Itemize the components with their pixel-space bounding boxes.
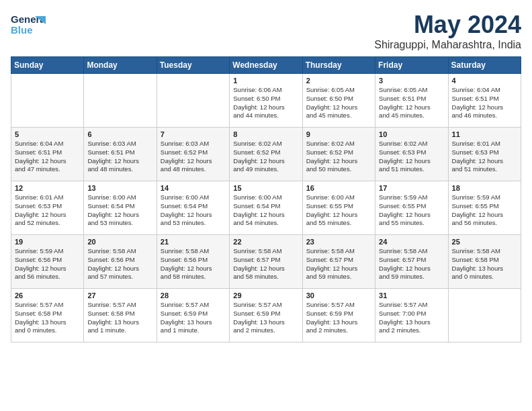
title-area: May 2024 Shiraguppi, Maharashtra, India xyxy=(374,11,521,51)
calendar-table: SundayMondayTuesdayWednesdayThursdayFrid… xyxy=(11,56,521,342)
cell-content: Sunrise: 5:58 AM Sunset: 6:57 PM Dayligh… xyxy=(233,247,298,281)
day-number: 30 xyxy=(306,291,371,300)
day-of-week-header: Tuesday xyxy=(157,57,229,74)
cell-content: Sunrise: 6:02 AM Sunset: 6:52 PM Dayligh… xyxy=(306,140,371,174)
day-number: 29 xyxy=(233,291,298,300)
calendar-cell: 20Sunrise: 5:58 AM Sunset: 6:56 PM Dayli… xyxy=(84,235,157,289)
calendar-cell: 23Sunrise: 5:58 AM Sunset: 6:57 PM Dayli… xyxy=(302,235,375,289)
main-title: May 2024 xyxy=(374,11,521,39)
day-number: 8 xyxy=(233,130,298,138)
calendar-cell: 28Sunrise: 5:57 AM Sunset: 6:59 PM Dayli… xyxy=(157,289,229,342)
cell-content: Sunrise: 6:02 AM Sunset: 6:53 PM Dayligh… xyxy=(379,140,444,174)
calendar-cell: 10Sunrise: 6:02 AM Sunset: 6:53 PM Dayli… xyxy=(375,128,448,181)
calendar-cell: 15Sunrise: 6:00 AM Sunset: 6:54 PM Dayli… xyxy=(230,181,302,235)
calendar-cell: 19Sunrise: 5:59 AM Sunset: 6:56 PM Dayli… xyxy=(11,235,84,289)
calendar-cell xyxy=(448,289,521,342)
day-number: 7 xyxy=(161,130,226,138)
calendar-cell: 24Sunrise: 5:58 AM Sunset: 6:57 PM Dayli… xyxy=(375,235,448,289)
day-number: 22 xyxy=(233,238,298,246)
cell-content: Sunrise: 5:58 AM Sunset: 6:56 PM Dayligh… xyxy=(87,247,152,281)
subtitle: Shiraguppi, Maharashtra, India xyxy=(374,39,521,51)
day-number: 16 xyxy=(306,184,371,192)
cell-content: Sunrise: 5:58 AM Sunset: 6:57 PM Dayligh… xyxy=(306,247,371,281)
calendar-cell: 21Sunrise: 5:58 AM Sunset: 6:56 PM Dayli… xyxy=(157,235,229,289)
cell-content: Sunrise: 6:00 AM Sunset: 6:54 PM Dayligh… xyxy=(233,193,298,228)
calendar-cell xyxy=(11,74,84,128)
cell-content: Sunrise: 5:57 AM Sunset: 6:58 PM Dayligh… xyxy=(87,301,152,335)
cell-content: Sunrise: 6:01 AM Sunset: 6:53 PM Dayligh… xyxy=(452,140,517,174)
day-number: 25 xyxy=(452,238,517,246)
day-number: 10 xyxy=(379,130,444,138)
day-of-week-header: Sunday xyxy=(11,57,84,74)
cell-content: Sunrise: 5:57 AM Sunset: 7:00 PM Dayligh… xyxy=(379,301,444,335)
cell-content: Sunrise: 5:58 AM Sunset: 6:58 PM Dayligh… xyxy=(452,247,517,281)
day-number: 23 xyxy=(306,238,371,246)
header: General Blue May 2024 Shiraguppi, Mahara… xyxy=(11,11,521,51)
day-number: 3 xyxy=(379,77,444,85)
calendar-cell: 13Sunrise: 6:00 AM Sunset: 6:54 PM Dayli… xyxy=(84,181,157,235)
cell-content: Sunrise: 6:05 AM Sunset: 6:51 PM Dayligh… xyxy=(379,86,444,120)
day-number: 9 xyxy=(306,130,371,138)
logo: General Blue xyxy=(11,11,46,39)
cell-content: Sunrise: 5:57 AM Sunset: 6:59 PM Dayligh… xyxy=(306,301,371,335)
day-of-week-header: Wednesday xyxy=(230,57,302,74)
calendar-cell: 6Sunrise: 6:03 AM Sunset: 6:51 PM Daylig… xyxy=(84,128,157,181)
calendar-cell: 22Sunrise: 5:58 AM Sunset: 6:57 PM Dayli… xyxy=(230,235,302,289)
cell-content: Sunrise: 6:00 AM Sunset: 6:54 PM Dayligh… xyxy=(87,193,152,228)
calendar-cell: 26Sunrise: 5:57 AM Sunset: 6:58 PM Dayli… xyxy=(11,289,84,342)
day-of-week-header: Monday xyxy=(84,57,157,74)
day-number: 6 xyxy=(87,130,152,138)
calendar-cell: 2Sunrise: 6:05 AM Sunset: 6:50 PM Daylig… xyxy=(302,74,375,128)
calendar-cell: 31Sunrise: 5:57 AM Sunset: 7:00 PM Dayli… xyxy=(375,289,448,342)
day-number: 4 xyxy=(452,77,517,85)
day-number: 13 xyxy=(87,184,152,192)
calendar-cell xyxy=(157,74,229,128)
cell-content: Sunrise: 6:03 AM Sunset: 6:51 PM Dayligh… xyxy=(87,140,152,174)
calendar-cell: 17Sunrise: 5:59 AM Sunset: 6:55 PM Dayli… xyxy=(375,181,448,235)
calendar-cell: 7Sunrise: 6:03 AM Sunset: 6:52 PM Daylig… xyxy=(157,128,229,181)
svg-text:Blue: Blue xyxy=(11,24,33,36)
cell-content: Sunrise: 5:59 AM Sunset: 6:56 PM Dayligh… xyxy=(15,247,80,281)
day-number: 11 xyxy=(452,130,517,138)
calendar-cell xyxy=(84,74,157,128)
cell-content: Sunrise: 5:59 AM Sunset: 6:55 PM Dayligh… xyxy=(452,193,517,228)
day-number: 27 xyxy=(87,291,152,300)
calendar-cell: 29Sunrise: 5:57 AM Sunset: 6:59 PM Dayli… xyxy=(230,289,302,342)
day-of-week-header: Saturday xyxy=(448,57,521,74)
day-number: 15 xyxy=(233,184,298,192)
day-number: 26 xyxy=(15,291,80,300)
cell-content: Sunrise: 6:06 AM Sunset: 6:50 PM Dayligh… xyxy=(233,86,298,120)
calendar-cell: 25Sunrise: 5:58 AM Sunset: 6:58 PM Dayli… xyxy=(448,235,521,289)
day-number: 28 xyxy=(161,291,226,300)
day-number: 1 xyxy=(233,77,298,85)
cell-content: Sunrise: 6:02 AM Sunset: 6:52 PM Dayligh… xyxy=(233,140,298,174)
cell-content: Sunrise: 5:59 AM Sunset: 6:55 PM Dayligh… xyxy=(379,193,444,228)
calendar-cell: 16Sunrise: 6:00 AM Sunset: 6:55 PM Dayli… xyxy=(302,181,375,235)
day-number: 19 xyxy=(15,238,80,246)
calendar-cell: 30Sunrise: 5:57 AM Sunset: 6:59 PM Dayli… xyxy=(302,289,375,342)
calendar-cell: 8Sunrise: 6:02 AM Sunset: 6:52 PM Daylig… xyxy=(230,128,302,181)
cell-content: Sunrise: 6:00 AM Sunset: 6:55 PM Dayligh… xyxy=(306,193,371,228)
day-number: 31 xyxy=(379,291,444,300)
cell-content: Sunrise: 5:57 AM Sunset: 6:59 PM Dayligh… xyxy=(161,301,226,335)
cell-content: Sunrise: 6:03 AM Sunset: 6:52 PM Dayligh… xyxy=(161,140,226,174)
day-number: 17 xyxy=(379,184,444,192)
day-number: 21 xyxy=(161,238,226,246)
day-number: 12 xyxy=(15,184,80,192)
calendar-cell: 9Sunrise: 6:02 AM Sunset: 6:52 PM Daylig… xyxy=(302,128,375,181)
day-number: 2 xyxy=(306,77,371,85)
calendar-cell: 18Sunrise: 5:59 AM Sunset: 6:55 PM Dayli… xyxy=(448,181,521,235)
cell-content: Sunrise: 6:00 AM Sunset: 6:54 PM Dayligh… xyxy=(161,193,226,228)
day-of-week-header: Friday xyxy=(375,57,448,74)
calendar-cell: 1Sunrise: 6:06 AM Sunset: 6:50 PM Daylig… xyxy=(230,74,302,128)
day-number: 5 xyxy=(15,130,80,138)
calendar-cell: 27Sunrise: 5:57 AM Sunset: 6:58 PM Dayli… xyxy=(84,289,157,342)
calendar-cell: 12Sunrise: 6:01 AM Sunset: 6:53 PM Dayli… xyxy=(11,181,84,235)
day-number: 24 xyxy=(379,238,444,246)
calendar-cell: 3Sunrise: 6:05 AM Sunset: 6:51 PM Daylig… xyxy=(375,74,448,128)
day-number: 18 xyxy=(452,184,517,192)
day-number: 20 xyxy=(87,238,152,246)
calendar-cell: 14Sunrise: 6:00 AM Sunset: 6:54 PM Dayli… xyxy=(157,181,229,235)
calendar-cell: 5Sunrise: 6:04 AM Sunset: 6:51 PM Daylig… xyxy=(11,128,84,181)
cell-content: Sunrise: 6:05 AM Sunset: 6:50 PM Dayligh… xyxy=(306,86,371,120)
